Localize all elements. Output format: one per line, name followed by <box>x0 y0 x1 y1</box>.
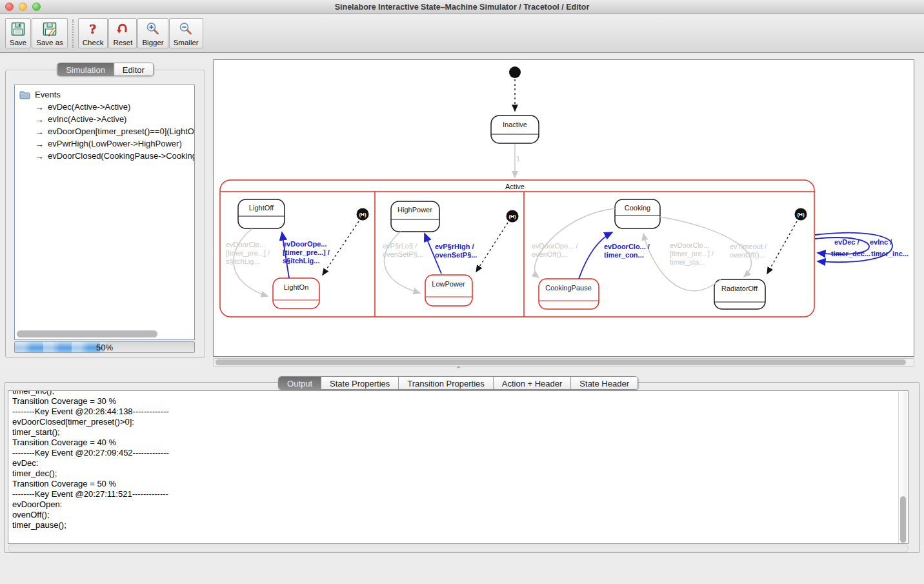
state-lightoff[interactable]: LightOff <box>238 199 285 228</box>
svg-text:(H): (H) <box>797 212 804 217</box>
reset-icon <box>115 21 130 37</box>
tree-event-item[interactable]: → evDoorOpen[timer_preset()==0](LightOn <box>15 125 194 137</box>
state-inactive[interactable]: Inactive <box>491 116 539 143</box>
smaller-button[interactable]: Smaller <box>169 18 203 48</box>
state-radiatoroff[interactable]: RadiatorOff <box>714 279 765 309</box>
transition-arrow-icon: → <box>35 126 44 137</box>
transition-arrow-icon: → <box>35 151 44 161</box>
svg-text:LowPower: LowPower <box>432 280 465 288</box>
save-label: Save <box>10 39 26 47</box>
output-line: evDoorClosed[timer_preset()>0]: <box>12 417 896 427</box>
check-button[interactable]: ? Check <box>78 18 108 48</box>
svg-text:[timer_pre...] /: [timer_pre...] / <box>283 248 330 256</box>
output-line: timer_inc(); <box>12 390 896 396</box>
history-node-light[interactable]: (H) <box>357 208 369 221</box>
save-as-button[interactable]: Save as <box>32 18 68 48</box>
output-line: --------Key Event @20:27:09:452---------… <box>12 448 896 458</box>
output-line: ovenOff(); <box>12 510 896 520</box>
tab-simulation[interactable]: Simulation <box>57 63 114 76</box>
tab-editor[interactable]: Editor <box>114 63 153 76</box>
history-node-cooking[interactable]: (H) <box>795 208 807 221</box>
svg-text:CookingPause: CookingPause <box>545 284 592 292</box>
event-label: evInc(Active->Active) <box>48 114 126 124</box>
svg-text:[timer_pre...] /: [timer_pre...] / <box>226 249 270 257</box>
svg-text:timer_dec...: timer_dec... <box>831 250 870 257</box>
folder-icon <box>19 90 32 99</box>
state-highpower[interactable]: HighPower <box>391 201 439 232</box>
reset-button[interactable]: Reset <box>108 18 137 48</box>
bottom-tab-bar: Output State Properties Transition Prope… <box>278 376 638 390</box>
svg-text:timer_con...: timer_con... <box>604 251 644 259</box>
tree-horizontal-scrollbar-thumb[interactable] <box>17 330 157 337</box>
svg-text:evDoorClo...: evDoorClo... <box>670 241 709 249</box>
history-node-power[interactable]: (H) <box>507 210 519 223</box>
event-label: evDoorOpen[timer_preset()==0](LightOn <box>48 126 195 136</box>
event-label: evDec(Active->Active) <box>48 102 130 112</box>
output-vertical-scrollbar-thumb[interactable] <box>900 496 906 543</box>
statechart-canvas[interactable]: Inactive 1 Active LightOff (H) LightOn <box>213 59 914 357</box>
event-label: evPwrHigh(LowPower->HighPower) <box>48 139 182 148</box>
tree-event-item[interactable]: → evDec(Active->Active) <box>15 101 194 113</box>
svg-text:LightOff: LightOff <box>249 204 274 212</box>
tab-action-header[interactable]: Action + Header <box>493 377 571 389</box>
svg-text:(H): (H) <box>359 212 366 217</box>
bigger-button[interactable]: Bigger <box>137 18 168 48</box>
label-r2-blue[interactable]: evP§rHigh / ovenSetP§... <box>435 243 477 259</box>
output-line: Transition Coverage = 50 % <box>12 479 896 489</box>
canvas-horizontal-scrollbar-thumb[interactable] <box>216 359 906 365</box>
state-lighton[interactable]: LightOn <box>273 278 319 308</box>
minimize-button[interactable] <box>19 3 27 11</box>
window-title: Sinelabore Interactive State–Machine Sim… <box>335 3 590 12</box>
state-lowpower[interactable]: LowPower <box>425 275 472 306</box>
svg-text:s§itchLig...: s§itchLig... <box>226 257 260 265</box>
output-console[interactable]: timer_inc();Transition Coverage = 30 %--… <box>8 390 909 544</box>
history-transition-power <box>476 223 508 272</box>
transition-arrow-icon: → <box>35 102 44 112</box>
label-r3-blue[interactable]: evDoorClo... / timer_con... <box>604 243 650 259</box>
label-r1-blue[interactable]: evDoorOpe... [timer_pre...] / s§itchLig.… <box>283 240 330 265</box>
save-icon <box>10 21 26 37</box>
canvas-horizontal-scrollbar[interactable] <box>213 358 914 367</box>
initial-state-dot <box>509 66 521 78</box>
label-loop-evinc[interactable]: evInc / timer_inc... <box>870 238 909 257</box>
zoom-button[interactable] <box>32 3 41 11</box>
toolbar: Save Save as ? Check Reset Bigger <box>0 14 924 53</box>
svg-text:[timer_pre...] /: [timer_pre...] / <box>670 250 714 257</box>
output-line: timer_pause(); <box>12 520 896 530</box>
split-pane-handle[interactable]: ⌃ <box>456 365 461 374</box>
tree-event-item[interactable]: → evInc(Active->Active) <box>15 113 194 125</box>
output-line: --------Key Event @20:26:44:138---------… <box>12 407 896 417</box>
label-r3-gray-mid: evDoorClo... [timer_pre...] / timer_sta.… <box>670 241 714 266</box>
svg-text:evP§rLo§ /: evP§rLo§ / <box>383 242 417 250</box>
tree-event-item[interactable]: → evPwrHigh(LowPower->HighPower) <box>15 137 194 150</box>
label-r2-gray: evP§rLo§ / ovenSetP§... <box>383 242 423 258</box>
events-tree[interactable]: Events → evDec(Active->Active) → evInc(A… <box>14 85 195 340</box>
state-cookingpause[interactable]: CookingPause <box>539 279 599 309</box>
output-horizontal-scrollbar[interactable] <box>8 545 909 552</box>
transition-arrow-icon: → <box>35 114 44 125</box>
svg-text:evDoorClo...: evDoorClo... <box>226 241 265 248</box>
tree-event-item[interactable]: → evDoorClosed(CookingPause->Cooking) <box>15 150 194 162</box>
tree-node-events[interactable]: Events <box>15 88 194 101</box>
close-button[interactable] <box>5 3 14 11</box>
tab-state-header[interactable]: State Header <box>570 377 638 389</box>
transition-highpower-lowpower <box>384 232 420 293</box>
svg-text:evDoorOpe...: evDoorOpe... <box>283 240 326 248</box>
tab-transition-properties[interactable]: Transition Properties <box>398 377 492 389</box>
state-cooking[interactable]: Cooking <box>615 199 660 228</box>
svg-text:?: ? <box>90 21 97 37</box>
output-vertical-scrollbar[interactable] <box>898 392 907 544</box>
svg-text:RadiatorOff: RadiatorOff <box>721 285 758 292</box>
app-window: { "window": { "title": "Sinelabore Inter… <box>0 0 924 584</box>
history-transition-cooking <box>767 221 797 274</box>
sidebar-tab-bar: Simulation Editor <box>57 63 154 76</box>
svg-text:evP§rHigh /: evP§rHigh / <box>435 243 474 250</box>
tab-state-properties[interactable]: State Properties <box>321 377 398 389</box>
save-button[interactable]: Save <box>5 18 31 48</box>
self-transition-evinc[interactable] <box>815 233 892 263</box>
svg-text:timer_sta...: timer_sta... <box>670 258 705 266</box>
tab-output[interactable]: Output <box>279 377 321 389</box>
output-line: timer_start(); <box>12 427 896 438</box>
output-line: --------Key Event @20:27:11:521---------… <box>12 489 896 499</box>
check-icon: ? <box>85 21 101 37</box>
